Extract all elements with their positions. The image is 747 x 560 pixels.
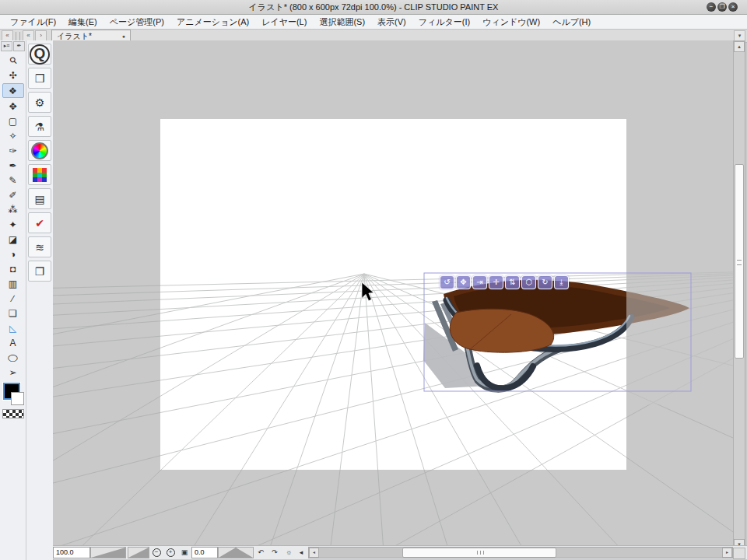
camera-pan-icon[interactable]: ✥ <box>456 275 471 289</box>
background-color-swatch[interactable] <box>11 392 24 405</box>
fit-to-screen-button[interactable]: ▣ <box>178 547 191 559</box>
tool-bar: ▸≡✒ ⚲✣❖✥▢✧✑✒✎✐⁂✦◪◑◘▥∕❏◺A◯➢ <box>0 40 26 560</box>
pencil-tool[interactable]: ✎ <box>3 173 23 187</box>
window-controls: −❐× <box>707 2 738 12</box>
left-dock: ▸≡✒ ⚲✣❖✥▢✧✑✒✎✐⁂✦◪◑◘▥∕❏◺A◯➢ Q❒⚙⚗▤✔≋❐ <box>0 40 54 560</box>
camera-rotate-icon[interactable]: ↺ <box>440 275 454 289</box>
eraser-tool[interactable]: ◪ <box>3 233 23 246</box>
eyedropper-tool[interactable]: ✑ <box>3 144 23 157</box>
title-bar: イラスト* (800 x 600px 72dpi 100.0%) - CLIP … <box>0 0 747 15</box>
menu-bar: ファイル(F)編集(E)ページ管理(P)アニメーション(A)レイヤー(L)選択範… <box>0 15 747 30</box>
auto-action-icon: ✔ <box>35 217 44 229</box>
ruler-tool[interactable]: ◺ <box>3 321 23 334</box>
horizontal-scrollbar[interactable]: ◂ ▸ <box>308 547 733 558</box>
tool-property-palette-button[interactable]: ⚗ <box>28 116 51 137</box>
palette-dock: Q❒⚙⚗▤✔≋❐ <box>26 40 53 560</box>
color-wheel-icon <box>31 142 48 159</box>
canvas-scene <box>53 40 735 546</box>
fill-tool[interactable]: ◘ <box>3 262 23 275</box>
tool-property-icon: ⚗ <box>35 121 45 133</box>
clip-studio-paint-window: { "window": { "title": "イラスト* (800 x 600… <box>0 0 747 560</box>
quick-access-icon: Q <box>30 44 50 65</box>
menu-help[interactable]: ヘルプ(H) <box>547 16 596 29</box>
flow-line-tool[interactable]: ➢ <box>3 366 23 379</box>
timeline-icon: ▤ <box>34 193 44 205</box>
figure-tool[interactable]: ∕ <box>3 292 23 305</box>
menu-select[interactable]: 選択範囲(S) <box>314 16 370 29</box>
canvas-editor-area[interactable]: ↺✥⇥✛⇅⬡↻⤓ <box>53 40 735 546</box>
maximize-button[interactable]: ❐ <box>717 2 727 12</box>
quick-access-palette-button[interactable]: Q <box>28 44 51 65</box>
tool-list: ⚲✣❖✥▢✧✑✒✎✐⁂✦◪◑◘▥∕❏◺A◯➢ <box>2 53 24 380</box>
decoration-tool[interactable]: ✦ <box>3 218 23 231</box>
menu-window[interactable]: ウィンドウ(W) <box>477 16 545 29</box>
move-layer-tool[interactable]: ✥ <box>3 100 23 113</box>
object-pan-icon[interactable]: ✛ <box>489 275 503 289</box>
sub-tool-settings-palette-button[interactable]: ⚙ <box>28 92 51 113</box>
transparent-color-swatch[interactable] <box>2 409 24 418</box>
tab-nav-separator <box>16 32 20 40</box>
object-rotate-3d-icon[interactable]: ⬡ <box>521 275 536 289</box>
rotation-slider[interactable] <box>218 547 254 558</box>
material-palette-button[interactable]: ❐ <box>28 261 51 282</box>
zoom-in-button[interactable]: + <box>164 547 177 559</box>
minimize-button[interactable]: − <box>707 2 716 12</box>
close-button[interactable]: × <box>728 2 738 12</box>
operation-tool[interactable]: ❖ <box>2 83 24 98</box>
camera-zoom-icon[interactable]: ⇥ <box>472 275 487 289</box>
color-wheel-palette-button[interactable] <box>28 140 51 161</box>
sub-tool-settings-icon: ⚙ <box>35 96 45 109</box>
zoom-value-field[interactable]: 100.0 <box>53 547 90 558</box>
zoom-slider[interactable] <box>90 547 126 558</box>
marquee-tool[interactable]: ▢ <box>3 114 23 128</box>
auto-action-palette-button[interactable]: ✔ <box>28 212 51 233</box>
window-title: イラスト* (800 x 600px 72dpi 100.0%) - CLIP … <box>249 2 499 13</box>
menu-edit[interactable]: 編集(E) <box>63 16 103 29</box>
layer-icon: ≋ <box>35 241 44 254</box>
toolbar-menu-button[interactable]: ▸≡ <box>1 41 12 51</box>
layer-palette-button[interactable]: ≋ <box>28 236 51 257</box>
hand-tool[interactable]: ✣ <box>3 68 23 82</box>
status-bar: 100.0 − + ▣ 0.0 ↶ ↷ ☼ ◂ ◂ ▸ <box>53 545 747 559</box>
rotate-ccw-button[interactable]: ↶ <box>254 547 267 559</box>
blend-tool[interactable]: ◑ <box>3 247 23 261</box>
pen-tool[interactable]: ✒ <box>3 159 23 172</box>
scrollbar-corner <box>733 548 745 559</box>
3d-object-launcher: ↺✥⇥✛⇅⬡↻⤓ <box>440 275 569 289</box>
object-rotate-plane-icon[interactable]: ↻ <box>538 275 552 289</box>
gradient-tool[interactable]: ▥ <box>3 277 23 290</box>
vertical-scrollbar[interactable]: ▴ ▾ <box>733 40 745 551</box>
color-swatches <box>2 383 25 423</box>
scroll-left-button[interactable]: ◂ <box>309 548 319 558</box>
collapse-controls-button[interactable]: ◂ <box>296 547 306 559</box>
text-tool[interactable]: A <box>3 336 23 349</box>
vertical-scrollbar-thumb[interactable] <box>735 164 744 359</box>
balloon-tool[interactable]: ◯ <box>3 352 23 362</box>
pasteboard-dim-overlay <box>626 257 735 404</box>
object-vertical-icon[interactable]: ⇅ <box>505 275 520 289</box>
zoom-out-button[interactable]: − <box>150 547 163 559</box>
menu-layer[interactable]: レイヤー(L) <box>256 16 312 29</box>
airbrush-tool[interactable]: ⁂ <box>3 203 23 216</box>
color-set-palette-button[interactable] <box>28 164 51 185</box>
timeline-palette-button[interactable]: ▤ <box>28 188 51 209</box>
frame-border-tool[interactable]: ❏ <box>3 306 23 320</box>
menu-view[interactable]: 表示(V) <box>372 16 412 29</box>
menu-page-manage[interactable]: ページ管理(P) <box>104 16 170 29</box>
rotation-value-field[interactable]: 0.0 <box>191 547 218 558</box>
object-snap-ground-icon[interactable]: ⤓ <box>554 275 569 289</box>
menu-filter[interactable]: フィルター(I) <box>413 16 475 29</box>
rotate-cw-button[interactable]: ↷ <box>268 547 281 559</box>
menu-animation[interactable]: アニメーション(A) <box>171 16 254 29</box>
menu-file[interactable]: ファイル(F) <box>5 16 61 29</box>
horizontal-scrollbar-thumb[interactable] <box>402 548 556 558</box>
zoom-slider-fine[interactable] <box>128 547 149 558</box>
brush-tool[interactable]: ✐ <box>3 188 23 201</box>
sub-tool-palette-button[interactable]: ❒ <box>28 68 51 89</box>
scroll-up-button[interactable]: ▴ <box>734 41 745 52</box>
color-set-icon <box>33 168 47 182</box>
sub-tool-icon: ❒ <box>35 72 45 85</box>
auto-select-tool[interactable]: ✧ <box>3 129 23 142</box>
scroll-right-button[interactable]: ▸ <box>722 548 732 558</box>
reset-rotation-button[interactable]: ☼ <box>282 547 295 559</box>
